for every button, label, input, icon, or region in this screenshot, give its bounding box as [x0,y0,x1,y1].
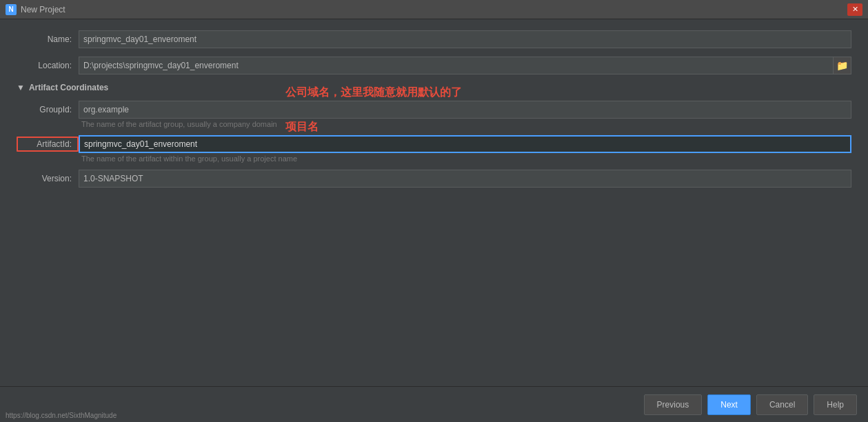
version-label: Version: [17,174,79,183]
location-row: Location: 📁 [17,57,851,74]
section-toggle-icon[interactable]: ▼ [17,83,25,92]
groupid-row: GroupId: 公司域名，这里我随意就用默认的了 [17,101,851,119]
empty-space [17,190,851,328]
location-label: Location: [17,61,79,70]
location-field-container: 📁 [79,57,851,74]
dialog-title: New Project [21,5,65,14]
artifactid-field: ArtifactId: 项目名 The name of the artifact… [17,135,851,163]
title-bar: N New Project ✕ [0,0,868,19]
browse-button[interactable]: 📁 [834,57,851,74]
close-button[interactable]: ✕ [847,3,862,16]
version-field: Version: [17,170,851,188]
location-input[interactable] [79,57,834,74]
groupid-input[interactable] [79,101,851,119]
name-input[interactable] [79,30,851,48]
app-icon: N [6,4,17,15]
url-hint: https://blog.csdn.net/SixthMagnitude [6,412,117,419]
name-label: Name: [17,34,79,44]
artifactid-label: ArtifactId: [17,137,79,152]
dialog-content: Name: Location: 📁 ▼ Artifact Coordinates… [0,19,868,386]
section-title: Artifact Coordinates [29,83,108,92]
bottom-bar: https://blog.csdn.net/SixthMagnitude Pre… [0,386,868,422]
version-input[interactable] [79,170,851,188]
artifactid-input[interactable] [79,135,851,153]
previous-button[interactable]: Previous [644,394,703,415]
cancel-button[interactable]: Cancel [756,394,808,415]
groupid-field: GroupId: 公司域名，这里我随意就用默认的了 The name of th… [17,101,851,128]
title-bar-left: N New Project [6,4,65,15]
next-button[interactable]: Next [707,394,751,415]
artifactid-hint: The name of the artifact within the grou… [79,154,851,163]
name-row: Name: [17,30,851,48]
help-button[interactable]: Help [814,394,857,415]
groupid-annotation: 公司域名，这里我随意就用默认的了 [285,86,462,100]
groupid-hint: The name of the artifact group, usually … [79,120,851,128]
version-row: Version: [17,170,851,188]
groupid-label: GroupId: [17,105,79,114]
artifactid-row: ArtifactId: 项目名 [17,135,851,153]
artifactid-annotation: 项目名 [285,120,319,134]
